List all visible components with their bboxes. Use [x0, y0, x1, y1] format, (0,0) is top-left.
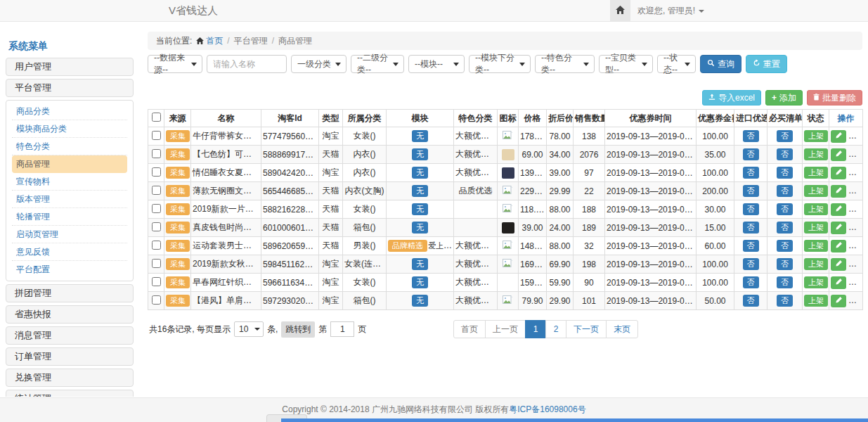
must-buy-toggle[interactable]: 否: [777, 185, 793, 197]
imported-toggle[interactable]: 否: [743, 240, 759, 252]
imported-toggle[interactable]: 否: [743, 185, 759, 197]
must-buy-toggle[interactable]: 否: [777, 167, 793, 179]
row-checkbox[interactable]: [152, 277, 161, 286]
imported-toggle[interactable]: 否: [743, 148, 759, 160]
status-badge[interactable]: 上架: [804, 240, 828, 252]
row-checkbox[interactable]: [152, 259, 161, 268]
filter-select[interactable]: --宝贝类型--: [599, 55, 653, 73]
must-buy-toggle[interactable]: 否: [777, 258, 793, 270]
row-checkbox[interactable]: [152, 186, 161, 195]
filter-select[interactable]: --状态--: [657, 55, 696, 73]
edit-button[interactable]: [831, 148, 846, 161]
sidebar-section-header[interactable]: 统计管理: [6, 390, 134, 397]
edit-button[interactable]: [831, 185, 846, 198]
query-button[interactable]: 查询: [700, 55, 741, 73]
status-badge[interactable]: 上架: [804, 148, 828, 160]
must-buy-toggle[interactable]: 否: [777, 276, 793, 288]
module-badge[interactable]: 无: [412, 276, 428, 288]
jump-to-button[interactable]: 跳转到: [281, 321, 315, 338]
sidebar-section-header[interactable]: 拼团管理: [6, 284, 134, 302]
must-buy-toggle[interactable]: 否: [777, 148, 793, 160]
page-button-1[interactable]: 1: [525, 320, 546, 338]
edit-button[interactable]: [831, 240, 846, 252]
sidebar-item[interactable]: 意见反馈: [12, 243, 127, 261]
sidebar-item[interactable]: 轮播管理: [12, 208, 127, 226]
edit-button[interactable]: [831, 258, 846, 271]
status-badge[interactable]: 上架: [804, 295, 828, 307]
edit-button[interactable]: [831, 222, 846, 234]
must-buy-toggle[interactable]: 否: [777, 222, 793, 234]
module-badge[interactable]: 无: [412, 148, 428, 160]
must-buy-toggle[interactable]: 否: [777, 203, 793, 215]
reset-button[interactable]: 重置: [746, 55, 787, 73]
page-number-input[interactable]: [330, 321, 354, 337]
sidebar-item[interactable]: 模块商品分类: [12, 120, 127, 138]
module-badge[interactable]: 无: [412, 185, 428, 197]
sidebar-item[interactable]: 平台配置: [12, 261, 127, 279]
imported-toggle[interactable]: 否: [743, 258, 759, 270]
breadcrumb-home-link[interactable]: 首页: [206, 36, 223, 46]
edit-button[interactable]: [831, 276, 846, 289]
imported-toggle[interactable]: 否: [743, 222, 759, 234]
imported-toggle[interactable]: 否: [743, 130, 759, 142]
user-menu[interactable]: 欢迎您, 管理员!: [637, 0, 704, 21]
module-badge[interactable]: 无: [412, 222, 428, 234]
sidebar-item[interactable]: 特色分类: [12, 138, 127, 155]
imported-toggle[interactable]: 否: [743, 203, 759, 215]
row-checkbox[interactable]: [152, 295, 161, 305]
filter-select[interactable]: --二级分类--: [351, 55, 404, 73]
status-badge[interactable]: 上架: [804, 185, 828, 197]
page-button-首页[interactable]: 首页: [453, 320, 486, 338]
filter-select[interactable]: --模块下分类--: [469, 55, 531, 73]
edit-button[interactable]: [831, 203, 846, 216]
icp-link[interactable]: 粤ICP备16098006号: [509, 404, 585, 414]
sidebar-item[interactable]: 宣传物料: [12, 173, 127, 191]
status-badge[interactable]: 上架: [804, 167, 828, 179]
row-checkbox[interactable]: [152, 222, 161, 231]
sidebar-section-header[interactable]: 省惠快报: [6, 305, 134, 324]
status-badge[interactable]: 上架: [804, 203, 828, 215]
name-search-input[interactable]: [207, 55, 287, 73]
must-buy-toggle[interactable]: 否: [777, 295, 793, 307]
sidebar-section-header[interactable]: 平台管理: [6, 79, 134, 97]
import-excel-button[interactable]: 导入excel: [702, 90, 761, 106]
page-button-2[interactable]: 2: [545, 320, 566, 338]
row-checkbox[interactable]: [152, 204, 161, 213]
imported-toggle[interactable]: 否: [743, 295, 759, 307]
must-buy-toggle[interactable]: 否: [777, 240, 793, 252]
imported-toggle[interactable]: 否: [743, 167, 759, 179]
page-button-下一页[interactable]: 下一页: [566, 320, 607, 338]
status-badge[interactable]: 上架: [804, 276, 828, 288]
filter-select[interactable]: --数据来源--: [148, 55, 202, 73]
filter-select[interactable]: 一级分类: [291, 55, 346, 73]
sidebar-section-header[interactable]: 消息管理: [6, 326, 134, 345]
module-badge[interactable]: 无: [412, 295, 428, 307]
sidebar-item-active[interactable]: 商品管理: [12, 155, 127, 173]
filter-select[interactable]: --特色分类--: [535, 55, 595, 73]
add-button[interactable]: + 添加: [765, 90, 803, 106]
row-checkbox[interactable]: [152, 149, 161, 158]
edit-button[interactable]: [831, 130, 846, 143]
row-checkbox[interactable]: [152, 131, 161, 140]
row-checkbox[interactable]: [152, 167, 161, 177]
module-badge[interactable]: 无: [412, 258, 428, 270]
page-button-末页[interactable]: 末页: [606, 320, 638, 338]
sidebar-item[interactable]: 商品分类: [12, 103, 127, 120]
sidebar-section-header[interactable]: 订单管理: [6, 347, 134, 366]
status-badge[interactable]: 上架: [804, 130, 828, 142]
module-badge[interactable]: 无: [412, 167, 428, 179]
home-button[interactable]: [610, 0, 630, 21]
edit-button[interactable]: [831, 167, 846, 179]
status-badge[interactable]: 上架: [804, 222, 828, 234]
sidebar-section-header[interactable]: 兑换管理: [6, 369, 134, 387]
must-buy-toggle[interactable]: 否: [777, 130, 793, 142]
status-badge[interactable]: 上架: [804, 258, 828, 270]
sidebar-item[interactable]: 版本管理: [12, 191, 127, 208]
row-checkbox[interactable]: [152, 241, 161, 250]
sidebar-section-header[interactable]: 用户管理: [6, 58, 134, 76]
sidebar-item[interactable]: 启动页管理: [12, 226, 127, 243]
batch-delete-button[interactable]: 批量删除: [807, 90, 862, 106]
module-badge[interactable]: 无: [412, 130, 428, 142]
filter-select[interactable]: --模块--: [408, 55, 465, 73]
imported-toggle[interactable]: 否: [743, 276, 759, 288]
